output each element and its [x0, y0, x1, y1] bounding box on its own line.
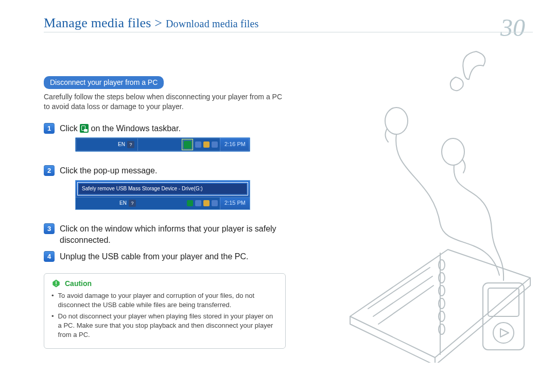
- step-1: 1 Click on the Windows taskbar. EN ? 2:1…: [44, 123, 286, 160]
- help-icon: ?: [129, 200, 136, 207]
- caution-box: Caution To avoid damage to your player a…: [44, 273, 286, 349]
- svg-line-11: [373, 276, 432, 316]
- taskbar-screenshot-1: EN ? 2:16 PM: [75, 137, 250, 152]
- step-4: 4 Unplug the USB cable from your player …: [44, 251, 286, 262]
- highlighted-tray-icon: [182, 139, 193, 150]
- svg-point-8: [439, 311, 445, 322]
- taskbar-screenshot-2: Safely remove USB Mass Storage Device - …: [75, 180, 250, 210]
- taskbar-clock: 2:15 PM: [220, 198, 250, 209]
- svg-point-6: [439, 286, 445, 296]
- svg-point-5: [439, 273, 445, 283]
- svg-point-4: [439, 260, 445, 270]
- language-indicator: EN ?: [119, 200, 136, 207]
- breadcrumb-sub: Download media files: [166, 18, 259, 29]
- content-column: Disconnect your player from a PC Careful…: [44, 76, 286, 349]
- svg-line-12: [378, 286, 433, 324]
- svg-point-3: [442, 138, 464, 165]
- system-tray: [185, 200, 220, 206]
- svg-rect-14: [488, 288, 519, 316]
- caution-icon: [51, 279, 61, 288]
- section-heading-pill: Disconnect your player from a PC: [44, 76, 164, 89]
- svg-rect-0: [56, 281, 57, 284]
- section-intro: Carefully follow the steps below when di…: [44, 92, 286, 112]
- taskbar-divider: [137, 138, 138, 151]
- header-rule: [44, 32, 533, 32]
- step-1-text-pre: Click: [60, 124, 80, 133]
- svg-point-15: [493, 323, 514, 343]
- popup-balloon: Safely remove USB Mass Storage Device - …: [76, 181, 250, 197]
- svg-point-7: [439, 298, 445, 309]
- breadcrumb: Manage media files > Download media file…: [44, 15, 259, 31]
- step-2: 2 Click the pop-up message. Safely remov…: [44, 165, 286, 218]
- step-3-text: Click on the window which informs that y…: [60, 223, 286, 246]
- step-4-text: Unplug the USB cable from your player an…: [60, 251, 286, 262]
- decorative-illustration: [319, 49, 541, 363]
- step-number-badge: 3: [44, 223, 55, 234]
- language-label: EN: [119, 200, 127, 207]
- step-1-text-post: on the Windows taskbar.: [89, 124, 181, 133]
- svg-point-9: [439, 324, 445, 334]
- step-number-badge: 2: [44, 165, 55, 176]
- help-icon: ?: [127, 141, 134, 148]
- breadcrumb-main: Manage media files: [44, 15, 151, 30]
- svg-point-2: [385, 108, 408, 134]
- step-2-text: Click the pop-up message.: [60, 166, 157, 175]
- step-number-badge: 1: [44, 123, 55, 134]
- svg-rect-13: [483, 283, 524, 350]
- popup-message: Safely remove USB Mass Storage Device - …: [79, 184, 247, 194]
- svg-line-10: [368, 268, 430, 309]
- step-3: 3 Click on the window which informs that…: [44, 223, 286, 246]
- language-label: EN: [118, 141, 125, 148]
- page-number: 30: [500, 15, 525, 40]
- page-header: Manage media files > Download media file…: [44, 15, 525, 40]
- language-indicator: EN ?: [118, 141, 134, 148]
- safely-remove-hardware-icon: [80, 124, 89, 133]
- taskbar-clock: 2:16 PM: [220, 138, 250, 151]
- caution-list: To avoid damage to your player and corru…: [51, 291, 278, 340]
- caution-item: To avoid damage to your player and corru…: [51, 291, 278, 310]
- system-tray: [193, 141, 220, 148]
- step-number-badge: 4: [44, 251, 55, 262]
- caution-label: Caution: [65, 279, 92, 288]
- caution-item: Do not disconnect your player when playi…: [51, 312, 278, 340]
- step-list: 1 Click on the Windows taskbar. EN ? 2:1…: [44, 123, 286, 263]
- breadcrumb-sep: >: [151, 15, 166, 30]
- page: Manage media files > Download media file…: [0, 0, 556, 392]
- svg-rect-1: [56, 285, 57, 286]
